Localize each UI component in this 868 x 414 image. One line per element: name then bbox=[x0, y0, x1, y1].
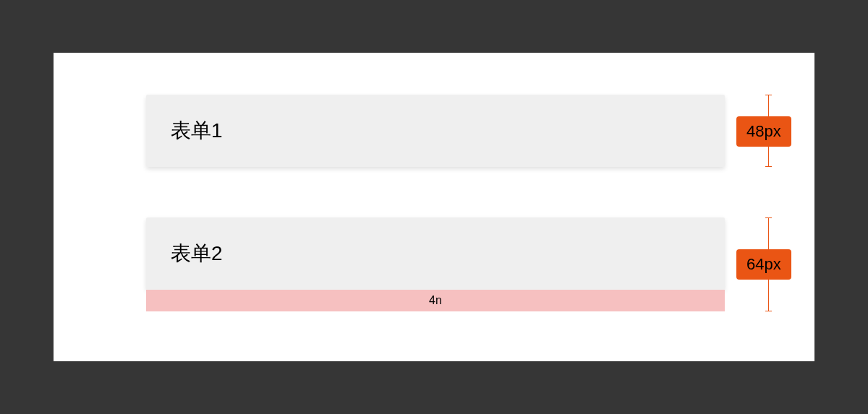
form-label-1: 表单1 bbox=[171, 117, 223, 145]
form-bar-2: 表单2 bbox=[146, 217, 725, 290]
dimension-tick-bottom bbox=[765, 166, 772, 167]
dimension-tick-top bbox=[765, 217, 772, 218]
form-label-2: 表单2 bbox=[171, 240, 223, 267]
extra-spacing-label: 4n bbox=[429, 294, 442, 307]
dimension-badge-1: 48px bbox=[736, 116, 791, 147]
dimension-tick-bottom bbox=[765, 311, 772, 311]
diagram-canvas: 表单1 48px 表单2 4n 64px bbox=[54, 53, 814, 361]
dimension-badge-2: 64px bbox=[736, 249, 791, 280]
extra-spacing-bar: 4n bbox=[146, 290, 725, 311]
form-bar-1: 表单1 bbox=[146, 95, 725, 167]
form-row-2: 表单2 4n 64px bbox=[146, 217, 725, 311]
form-row-1: 表单1 48px bbox=[146, 95, 725, 167]
dimension-tick-top bbox=[765, 95, 772, 95]
